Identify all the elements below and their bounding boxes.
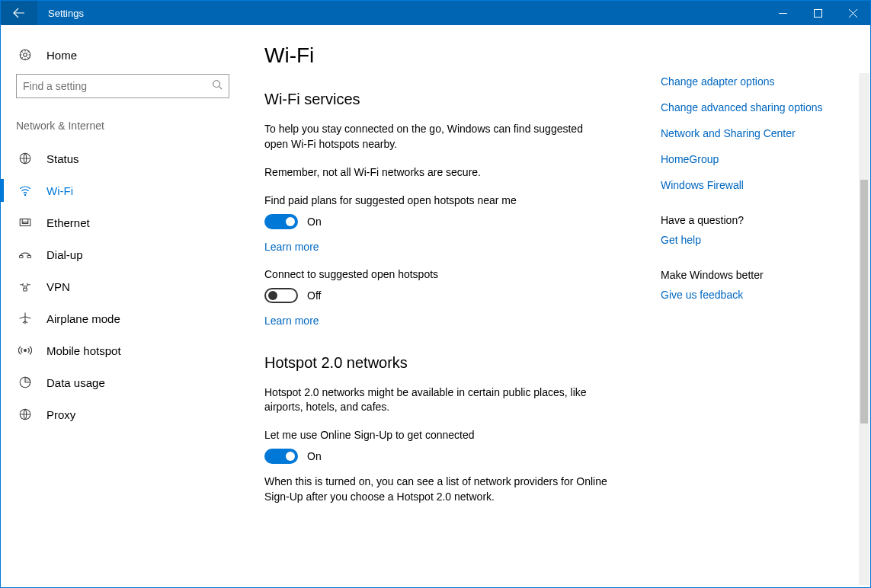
get-help-link[interactable]: Get help <box>661 234 823 246</box>
related-link[interactable]: HomeGroup <box>661 153 823 165</box>
sidebar-item-hotspot[interactable]: Mobile hotspot <box>16 334 245 366</box>
back-button[interactable] <box>1 1 37 25</box>
sidebar-item-label: Ethernet <box>46 216 90 229</box>
scrollbar[interactable] <box>859 73 869 585</box>
sidebar-item-ethernet[interactable]: Ethernet <box>16 206 245 238</box>
titlebar: Settings <box>1 1 870 25</box>
sidebar-item-label: Wi-Fi <box>46 184 73 197</box>
search-box[interactable] <box>16 74 229 98</box>
better-heading: Make Windows better <box>661 269 823 281</box>
svg-point-5 <box>24 53 27 57</box>
paid-plans-toggle[interactable] <box>264 214 298 229</box>
search-icon <box>212 79 223 93</box>
open-hotspots-state: Off <box>307 289 321 302</box>
related-link[interactable]: Change advanced sharing options <box>661 101 823 113</box>
home-icon <box>18 48 33 62</box>
sidebar-item-proxy[interactable]: Proxy <box>16 398 245 430</box>
wifi-services-heading: Wi-Fi services <box>264 91 630 108</box>
ethernet-icon <box>18 216 33 229</box>
online-signup-toggle[interactable] <box>264 449 298 464</box>
svg-line-7 <box>219 87 223 90</box>
svg-point-6 <box>213 81 220 88</box>
sidebar-item-wifi[interactable]: Wi-Fi <box>16 174 245 206</box>
sidebar-item-label: Proxy <box>46 408 75 421</box>
sidebar-item-label: VPN <box>46 280 70 293</box>
online-signup-state: On <box>307 450 322 462</box>
window-title: Settings <box>48 8 84 19</box>
category-title: Network & Internet <box>16 120 245 132</box>
open-hotspots-label: Connect to suggested open hotspots <box>264 268 630 280</box>
sidebar-item-datausage[interactable]: Data usage <box>16 366 245 398</box>
related-settings: Change adapter options Change advanced s… <box>661 43 823 587</box>
hotspot2-desc2: When this is turned on, you can see a li… <box>264 475 607 504</box>
paid-plans-state: On <box>307 216 322 228</box>
svg-point-9 <box>24 194 26 196</box>
home-nav[interactable]: Home <box>16 43 245 74</box>
sidebar-item-label: Mobile hotspot <box>46 344 121 357</box>
sidebar-item-status[interactable]: Status <box>16 142 245 174</box>
page-title: Wi-Fi <box>264 43 630 68</box>
question-heading: Have a question? <box>661 214 823 226</box>
wifi-icon <box>18 184 33 197</box>
wifi-services-desc1: To help you stay connected on the go, Wi… <box>264 122 607 152</box>
svg-rect-1 <box>814 9 821 17</box>
sidebar-item-airplane[interactable]: Airplane mode <box>16 302 245 334</box>
related-link[interactable]: Network and Sharing Center <box>661 127 823 139</box>
svg-rect-17 <box>24 288 27 291</box>
svg-rect-16 <box>27 256 31 258</box>
sidebar-item-label: Airplane mode <box>46 312 120 325</box>
related-link[interactable]: Change adapter options <box>661 75 823 88</box>
home-label: Home <box>46 49 77 62</box>
maximize-button[interactable] <box>800 1 835 25</box>
airplane-icon <box>18 312 33 325</box>
hotspot2-heading: Hotspot 2.0 networks <box>264 354 630 372</box>
sidebar-item-label: Dial-up <box>46 248 83 261</box>
sidebar: Home Network & Internet Status Wi-Fi Eth… <box>1 25 245 587</box>
online-signup-label: Let me use Online Sign-Up to get connect… <box>264 429 630 441</box>
related-link[interactable]: Windows Firewall <box>661 179 823 191</box>
wifi-services-desc2: Remember, not all Wi-Fi networks are sec… <box>264 165 607 181</box>
paid-plans-label: Find paid plans for suggested open hotsp… <box>264 194 630 206</box>
proxy-icon <box>18 407 33 421</box>
sidebar-item-vpn[interactable]: VPN <box>16 270 245 302</box>
status-icon <box>18 152 33 165</box>
svg-rect-15 <box>20 256 24 258</box>
data-usage-icon <box>18 375 33 389</box>
search-input[interactable] <box>23 80 212 92</box>
paid-plans-learn-more-link[interactable]: Learn more <box>264 241 319 253</box>
scrollbar-thumb[interactable] <box>860 180 868 423</box>
svg-point-18 <box>24 350 27 352</box>
sidebar-item-label: Status <box>46 152 79 165</box>
vpn-icon <box>18 280 33 293</box>
dialup-icon <box>18 248 33 261</box>
window-controls <box>765 1 870 25</box>
open-hotspots-toggle[interactable] <box>264 288 298 303</box>
sidebar-item-label: Data usage <box>46 376 105 389</box>
feedback-link[interactable]: Give us feedback <box>661 289 823 301</box>
close-button[interactable] <box>835 1 870 25</box>
main-content: Wi-Fi Wi-Fi services To help you stay co… <box>264 43 630 587</box>
hotspot2-desc1: Hotspot 2.0 networks might be available … <box>264 385 607 415</box>
minimize-button[interactable] <box>765 1 800 25</box>
open-hotspots-learn-more-link[interactable]: Learn more <box>264 315 319 327</box>
sidebar-item-dialup[interactable]: Dial-up <box>16 238 245 270</box>
hotspot-icon <box>18 344 33 357</box>
